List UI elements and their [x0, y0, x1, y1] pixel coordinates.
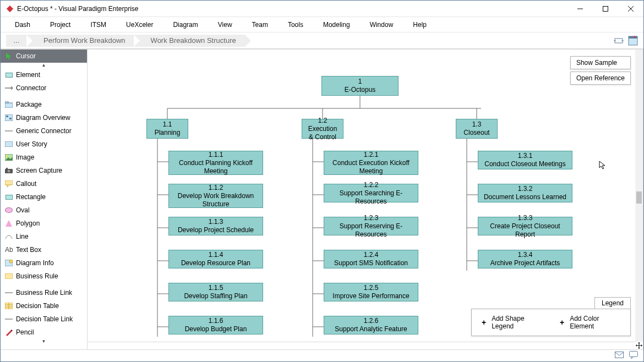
palette-label: Screen Capture [16, 167, 62, 174]
svg-rect-28 [5, 273, 13, 279]
menu-project[interactable]: Project [40, 19, 80, 31]
line-icon [5, 233, 13, 240]
menu-dash[interactable]: Dash [5, 19, 40, 31]
window-settings-icon[interactable] [628, 36, 638, 46]
svg-rect-23 [6, 168, 8, 169]
business-rule-link-icon [5, 289, 13, 297]
menu-itsm[interactable]: ITSM [80, 19, 116, 31]
menu-window[interactable]: Window [360, 19, 403, 31]
diagram-overview-icon [5, 114, 13, 122]
wbs-node-1-3-4[interactable]: 1.3.4Archive Project Artifacts [478, 250, 572, 268]
svg-rect-12 [5, 103, 13, 108]
decision-table-link-icon [5, 315, 13, 323]
svg-rect-16 [9, 118, 12, 119]
menu-help[interactable]: Help [403, 19, 436, 31]
palette-label: Rectangle [16, 193, 46, 201]
polygon-icon [5, 220, 13, 227]
mail-icon[interactable] [615, 352, 624, 360]
palette-line[interactable]: Line [1, 230, 87, 243]
breadcrumb-wbs[interactable]: Work Breakdown Structure [140, 35, 245, 47]
palette-business-rule[interactable]: Business Rule [1, 270, 87, 283]
close-button[interactable] [618, 1, 643, 17]
package-icon [5, 101, 13, 108]
palette-text-box[interactable]: AbText Box [1, 243, 87, 256]
palette-pencil[interactable]: Pencil [1, 326, 87, 339]
decision-table-icon [5, 302, 13, 310]
rectangle-icon [5, 193, 13, 201]
palette-label: Line [16, 233, 29, 240]
breadcrumb-ellipsis[interactable]: ... [6, 35, 27, 47]
menu-bar: Dash Project ITSM UeXceler Diagram View … [1, 17, 643, 32]
scroll-thumb[interactable] [636, 191, 642, 204]
menu-view[interactable]: View [208, 19, 242, 31]
svg-rect-2 [603, 6, 608, 11]
svg-rect-13 [5, 101, 8, 103]
palette-user-story[interactable]: User Story [1, 138, 87, 151]
svg-point-20 [6, 155, 8, 157]
palette-image[interactable]: Image [1, 151, 87, 164]
horizontal-scrollbar[interactable] [88, 342, 635, 349]
tool-palette: Cursor▲ElementConnectorPackageDiagram Ov… [1, 49, 88, 349]
palette-label: Diagram Overview [16, 114, 70, 122]
image-icon [5, 153, 13, 161]
pan-handle-icon[interactable] [635, 342, 643, 349]
callout-icon [5, 180, 13, 188]
palette-polygon[interactable]: Polygon [1, 217, 87, 230]
svg-rect-18 [5, 141, 13, 147]
palette-rectangle[interactable]: Rectangle [1, 190, 87, 204]
maximize-button[interactable] [593, 1, 618, 17]
palette-connector[interactable]: Connector [1, 81, 87, 95]
menu-tools[interactable]: Tools [278, 19, 313, 31]
palette-label: Decision Table Link [16, 315, 73, 323]
palette-collapse-up-icon[interactable]: ▲ [1, 63, 87, 68]
vertical-scrollbar[interactable] [635, 50, 643, 342]
fit-content-icon[interactable] [614, 36, 624, 46]
svg-rect-15 [6, 116, 8, 117]
palette-label: Business Rule Link [16, 289, 72, 297]
connector-line [88, 50, 635, 342]
palette-cursor[interactable]: Cursor [1, 50, 87, 63]
svg-point-22 [8, 170, 10, 173]
palette-label: Oval [16, 206, 30, 214]
palette-label: Package [16, 101, 42, 108]
palette-diagram-overview[interactable]: Diagram Overview [1, 111, 87, 124]
palette-business-rule-link[interactable]: Business Rule Link [1, 286, 87, 299]
diagram-canvas[interactable]: Show Sample Open Reference Legend +Add S… [88, 50, 635, 342]
palette-label: Callout [16, 180, 36, 188]
menu-modeling[interactable]: Modeling [313, 19, 360, 31]
menu-team[interactable]: Team [242, 19, 278, 31]
node-id: 1.3.4 [482, 251, 569, 259]
palette-label: Polygon [16, 220, 40, 227]
palette-label: Decision Table [16, 302, 59, 310]
svg-marker-0 [7, 5, 13, 12]
menu-diagram[interactable]: Diagram [163, 19, 208, 31]
connector-icon [5, 84, 13, 92]
minimize-button[interactable] [567, 1, 593, 17]
breadcrumb: ... Perform Work Breakdown Work Breakdow… [1, 32, 643, 49]
titlebar[interactable]: E-Octopus * - Visual Paradigm Enterprise [1, 1, 643, 17]
pencil-icon [5, 328, 13, 336]
palette-label: Business Rule [16, 272, 58, 280]
app-logo-icon [6, 5, 14, 13]
oval-icon [5, 206, 13, 214]
generic-connector-icon [5, 127, 13, 135]
palette-label: Connector [16, 84, 46, 92]
svg-rect-62 [630, 352, 638, 357]
palette-oval[interactable]: Oval [1, 204, 87, 217]
palette-diagram-info[interactable]: Diagram Info [1, 256, 87, 270]
cursor-icon [5, 52, 13, 60]
palette-package[interactable]: Package [1, 98, 87, 111]
palette-label: Cursor [16, 52, 36, 60]
palette-screen-capture[interactable]: Screen Capture [1, 164, 87, 177]
status-bar [1, 349, 643, 361]
breadcrumb-perform[interactable]: Perform Work Breakdown [32, 35, 134, 47]
palette-decision-table-link[interactable]: Decision Table Link [1, 312, 87, 326]
palette-generic-connector[interactable]: Generic Connector [1, 124, 87, 138]
palette-callout[interactable]: Callout [1, 177, 87, 190]
palette-label: Image [16, 153, 34, 161]
menu-uexceler[interactable]: UeXceler [116, 19, 163, 31]
message-icon[interactable] [629, 351, 638, 360]
palette-collapse-down-icon[interactable]: ▼ [1, 339, 87, 344]
palette-decision-table[interactable]: Decision Table [1, 299, 87, 312]
palette-element[interactable]: Element [1, 68, 87, 81]
